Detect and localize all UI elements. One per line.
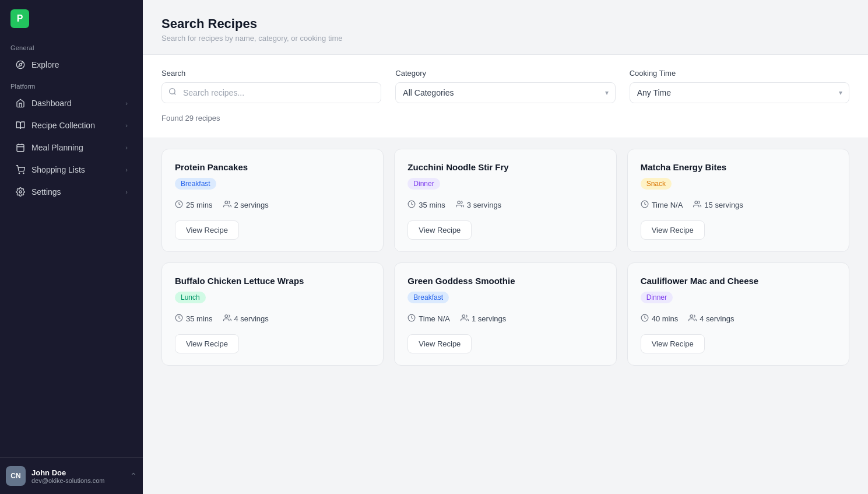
chevron-right-icon: › [125,100,128,107]
recipe-card: Cauliflower Mac and Cheese Dinner 40 min… [627,262,849,366]
cooking-time-select[interactable]: Any Time Under 15 mins Under 30 mins Und… [630,82,849,103]
sidebar-item-meal-planning[interactable]: Meal Planning › [5,137,138,158]
sidebar-item-dashboard[interactable]: Dashboard › [5,93,138,114]
view-recipe-button[interactable]: View Recipe [641,220,705,240]
recipe-time-label: 25 mins [186,201,213,209]
search-input-wrap [161,82,381,103]
search-section: Search Category All Categories Breakfast… [143,54,868,138]
chevron-right-icon: › [125,166,128,173]
search-label: Search [161,69,381,78]
recipe-time-label: 40 mins [652,314,679,323]
avatar: CN [6,466,26,486]
sidebar-item-shopping-lists[interactable]: Shopping Lists › [5,159,138,180]
svg-point-9 [170,89,175,94]
cooking-time-field: Cooking Time Any Time Under 15 mins Unde… [630,69,849,103]
recipe-time-label: Time N/A [652,201,683,209]
svg-point-0 [16,61,24,68]
recipe-title: Zucchini Noodle Stir Fry [407,162,603,172]
recipe-title: Green Goddess Smoothie [407,276,603,286]
recipe-servings-label: 2 servings [234,201,269,209]
users-icon [688,314,697,324]
sidebar-item-recipe-collection[interactable]: Recipe Collection › [5,115,138,136]
view-recipe-button[interactable]: View Recipe [407,334,472,353]
recipe-time: 40 mins [641,314,679,324]
recipe-time: 35 mins [407,200,445,210]
recipe-meta: 35 mins 3 servings [407,200,603,210]
clock-icon [175,200,183,210]
recipe-time: Time N/A [641,200,683,210]
chevron-right-icon: › [125,144,128,151]
recipe-title: Matcha Energy Bites [641,162,836,172]
view-recipe-button[interactable]: View Recipe [175,334,239,353]
clock-icon [407,200,416,210]
page-header: Search Recipes Search for recipes by nam… [143,0,868,54]
users-icon [693,200,701,210]
clock-icon [175,314,183,324]
sidebar-item-meal-planning-label: Meal Planning [31,143,83,152]
cooking-time-select-wrap: Any Time Under 15 mins Under 30 mins Und… [630,82,849,103]
svg-line-10 [174,93,176,95]
home-icon [15,98,26,108]
book-icon [15,120,26,131]
recipe-servings: 4 servings [688,314,734,324]
sidebar-item-settings[interactable]: Settings › [5,181,138,202]
sidebar-item-dashboard-label: Dashboard [31,99,72,108]
category-badge: Lunch [175,292,206,303]
recipe-time: Time N/A [407,314,450,324]
recipe-card: Matcha Energy Bites Snack Time N/A 15 se… [627,149,849,252]
calendar-icon [15,142,26,153]
recipe-servings: 3 servings [456,200,501,210]
svg-point-6 [19,173,19,173]
view-recipe-button[interactable]: View Recipe [175,220,239,240]
cooking-time-label: Cooking Time [630,69,849,78]
svg-rect-2 [17,145,24,152]
chevron-right-icon: › [125,188,128,195]
view-recipe-button[interactable]: View Recipe [407,220,472,240]
sidebar-section-platform: Platform [0,76,143,92]
recipe-servings: 4 servings [223,314,269,324]
user-info: John Doe dev@okike-solutions.com [31,468,124,484]
svg-marker-1 [19,63,22,66]
sidebar-item-explore-label: Explore [31,60,59,69]
sidebar-section-general: General [0,37,143,54]
user-profile[interactable]: CN John Doe dev@okike-solutions.com ⌃ [0,457,143,494]
clock-icon [641,314,649,324]
recipe-time-label: 35 mins [419,201,445,209]
recipe-card: Zucchini Noodle Stir Fry Dinner 35 mins … [394,149,616,252]
recipe-time-label: 35 mins [186,314,213,323]
user-email: dev@okike-solutions.com [31,477,124,484]
users-icon [456,200,464,210]
user-chevron-icon: ⌃ [130,471,137,481]
recipe-meta: 25 mins 2 servings [175,200,370,210]
clock-icon [641,200,649,210]
recipe-grid: Protein Pancakes Breakfast 25 mins 2 ser… [143,149,868,384]
recipe-time-label: Time N/A [419,314,450,323]
chevron-right-icon: › [125,122,128,129]
search-input[interactable] [161,82,381,103]
recipe-meta: Time N/A 15 servings [641,200,836,210]
users-icon [223,314,231,324]
svg-point-12 [224,201,227,204]
sidebar-item-explore[interactable]: Explore [5,54,138,75]
category-select[interactable]: All Categories Breakfast Lunch Dinner Sn… [395,82,615,103]
recipe-title: Buffalo Chicken Lettuce Wraps [175,276,370,286]
main-content: Search Recipes Search for recipes by nam… [143,0,868,494]
recipe-meta: 40 mins 4 servings [641,314,836,324]
svg-point-16 [695,201,698,204]
search-icon [168,87,177,98]
category-badge: Dinner [407,178,440,190]
recipe-card: Buffalo Chicken Lettuce Wraps Lunch 35 m… [161,262,384,366]
recipe-title: Protein Pancakes [175,162,370,172]
search-row: Search Category All Categories Breakfast… [161,69,849,103]
view-recipe-button[interactable]: View Recipe [641,334,705,353]
clock-icon [407,314,416,324]
recipe-servings-label: 1 servings [472,314,506,323]
recipe-servings: 15 servings [693,200,743,210]
page-title: Search Recipes [161,16,849,31]
svg-point-14 [458,201,461,204]
category-select-wrap: All Categories Breakfast Lunch Dinner Sn… [395,82,615,103]
sidebar-item-shopping-lists-label: Shopping Lists [31,165,85,174]
recipe-meta: Time N/A 1 servings [407,314,603,324]
recipe-meta: 35 mins 4 servings [175,314,370,324]
sidebar-logo: P [0,0,143,37]
